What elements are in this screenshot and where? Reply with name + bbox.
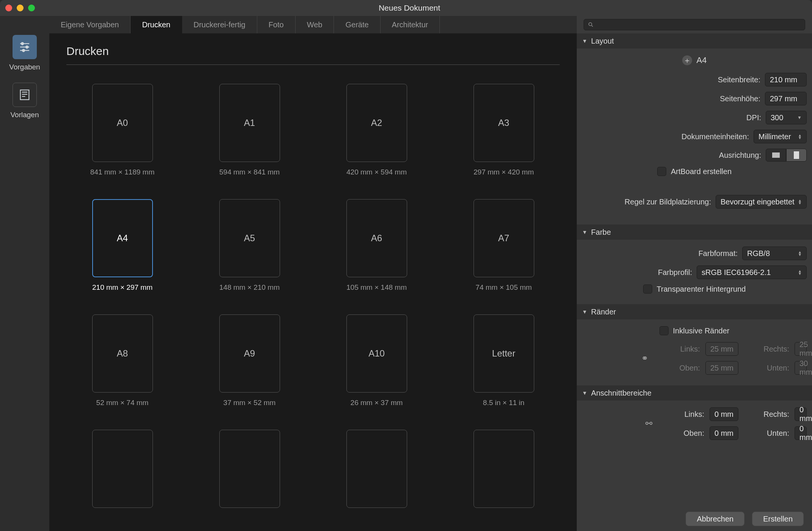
margin-left-label: Links: bbox=[655, 345, 700, 353]
section-header-margins[interactable]: ▼ Ränder bbox=[577, 304, 812, 319]
preset-a7[interactable]: A774 mm × 105 mm bbox=[448, 199, 560, 292]
add-preset-button[interactable]: ＋ bbox=[682, 55, 692, 65]
chevron-down-icon: ▼ bbox=[582, 229, 587, 235]
dpi-select[interactable]: 300▼ bbox=[766, 111, 807, 124]
page-height-label: Seitenhöhe: bbox=[720, 94, 760, 103]
preset-thumbnail: A4 bbox=[92, 199, 153, 277]
portrait-icon bbox=[793, 151, 799, 159]
artboard-checkbox[interactable] bbox=[657, 167, 666, 176]
preset-dimensions: 26 mm × 37 mm bbox=[351, 399, 403, 407]
preset-a6[interactable]: A6105 mm × 148 mm bbox=[321, 199, 433, 292]
tab-web[interactable]: Web bbox=[296, 16, 334, 33]
preset-a3[interactable]: A3297 mm × 420 mm bbox=[448, 84, 560, 176]
tab-druckerei-fertig[interactable]: Druckerei-fertig bbox=[182, 16, 257, 33]
preset-thumbnail: Letter bbox=[474, 314, 534, 393]
preset-name: A4 bbox=[117, 233, 128, 244]
preset-thumbnail: A5 bbox=[219, 199, 280, 277]
create-button[interactable]: Erstellen bbox=[752, 512, 804, 526]
section-header-layout[interactable]: ▼ Layout bbox=[577, 33, 812, 49]
preset-name: A3 bbox=[498, 118, 509, 128]
preset-a9[interactable]: A937 mm × 52 mm bbox=[194, 314, 305, 407]
preset-name: A5 bbox=[244, 233, 255, 244]
titlebar: Neues Dokument bbox=[0, 0, 812, 16]
preset-dimensions: 105 mm × 148 mm bbox=[346, 283, 407, 292]
link-bleed-icon[interactable]: ⚯ bbox=[644, 419, 653, 429]
preset-name: A2 bbox=[371, 118, 382, 128]
bleed-right-input[interactable]: 0 mm bbox=[795, 407, 807, 421]
units-label: Dokumenteinheiten: bbox=[681, 132, 749, 141]
chevron-down-icon: ▼ bbox=[582, 309, 587, 315]
left-rail: Vorgaben Vorlagen bbox=[0, 16, 49, 531]
bleed-bottom-input[interactable]: 0 mm bbox=[795, 426, 807, 440]
margin-right-input[interactable]: 25 mm bbox=[795, 342, 807, 356]
inclusive-margins-checkbox[interactable] bbox=[659, 326, 669, 335]
units-select[interactable]: Millimeter▲▼ bbox=[754, 130, 807, 143]
rail-item-templates[interactable]: Vorlagen bbox=[10, 83, 39, 119]
preset-a4[interactable]: A4210 mm × 297 mm bbox=[66, 199, 178, 292]
svg-rect-6 bbox=[20, 90, 29, 100]
preset-name: A1 bbox=[244, 118, 255, 128]
preset-item-12[interactable] bbox=[66, 430, 178, 514]
preset-item-14[interactable] bbox=[321, 430, 433, 514]
preset-dimensions: 37 mm × 52 mm bbox=[223, 399, 276, 407]
rail-item-presets[interactable]: Vorgaben bbox=[9, 35, 40, 71]
close-window-button[interactable] bbox=[5, 5, 12, 11]
preset-letter[interactable]: Letter8.5 in × 11 in bbox=[448, 314, 560, 407]
margin-left-input[interactable]: 25 mm bbox=[705, 342, 738, 356]
color-profile-select[interactable]: sRGB IEC61966-2.1▲▼ bbox=[697, 266, 807, 279]
bleed-right-label: Rechts: bbox=[744, 410, 789, 419]
preset-scroll-area[interactable]: A0841 mm × 1189 mmA1594 mm × 841 mmA2420… bbox=[49, 72, 577, 531]
search-input[interactable] bbox=[584, 19, 805, 30]
cancel-button[interactable]: Abbrechen bbox=[686, 512, 744, 526]
tab-eigene-vorgaben[interactable]: Eigene Vorgaben bbox=[49, 16, 131, 33]
search-icon bbox=[588, 22, 594, 28]
preset-a0[interactable]: A0841 mm × 1189 mm bbox=[66, 84, 178, 176]
orientation-landscape-button[interactable] bbox=[766, 149, 786, 162]
chevron-down-icon: ▼ bbox=[582, 38, 587, 44]
artboard-label: ArtBoard erstellen bbox=[671, 167, 732, 176]
preset-item-13[interactable] bbox=[194, 430, 305, 514]
tab-drucken[interactable]: Drucken bbox=[131, 16, 182, 33]
tab-geraete[interactable]: Geräte bbox=[334, 16, 380, 33]
margin-right-label: Rechts: bbox=[744, 345, 789, 353]
color-format-select[interactable]: RGB/8▲▼ bbox=[742, 247, 807, 260]
preset-thumbnail bbox=[219, 430, 280, 508]
maximize-window-button[interactable] bbox=[28, 5, 35, 11]
margin-top-input[interactable]: 25 mm bbox=[705, 361, 738, 375]
page-width-input[interactable]: 210 mm bbox=[765, 73, 807, 86]
section-header-bleed[interactable]: ▼ Anschnittbereiche bbox=[577, 385, 812, 401]
svg-line-11 bbox=[592, 25, 593, 27]
landscape-icon bbox=[772, 152, 780, 158]
margin-bottom-label: Unten: bbox=[744, 364, 789, 372]
preset-a10[interactable]: A1026 mm × 37 mm bbox=[321, 314, 433, 407]
svg-point-5 bbox=[22, 49, 25, 52]
preset-dimensions: 210 mm × 297 mm bbox=[92, 283, 153, 292]
window-controls bbox=[5, 5, 35, 11]
preset-dimensions: 594 mm × 841 mm bbox=[219, 168, 280, 176]
preset-thumbnail: A0 bbox=[92, 84, 153, 162]
preset-a8[interactable]: A852 mm × 74 mm bbox=[66, 314, 178, 407]
minimize-window-button[interactable] bbox=[17, 5, 24, 11]
margin-bottom-input[interactable]: 30 mm bbox=[795, 361, 807, 375]
placement-select[interactable]: Bevorzugt eingebettet▲▼ bbox=[716, 195, 807, 209]
bleed-top-input[interactable]: 0 mm bbox=[710, 426, 738, 440]
chevron-down-icon: ▼ bbox=[582, 390, 587, 396]
link-margins-icon[interactable]: ⚭ bbox=[640, 353, 649, 363]
rail-label: Vorlagen bbox=[10, 111, 39, 119]
preset-a2[interactable]: A2420 mm × 594 mm bbox=[321, 84, 433, 176]
svg-point-10 bbox=[589, 23, 592, 26]
preset-dimensions: 420 mm × 594 mm bbox=[346, 168, 407, 176]
tab-foto[interactable]: Foto bbox=[257, 16, 296, 33]
orientation-portrait-button[interactable] bbox=[786, 149, 807, 162]
tab-architektur[interactable]: Architektur bbox=[381, 16, 440, 33]
page-width-label: Seitenbreite: bbox=[718, 75, 760, 84]
bleed-left-input[interactable]: 0 mm bbox=[710, 407, 738, 421]
section-header-color[interactable]: ▼ Farbe bbox=[577, 225, 812, 240]
svg-rect-12 bbox=[772, 152, 780, 158]
preset-a1[interactable]: A1594 mm × 841 mm bbox=[194, 84, 305, 176]
preset-thumbnail: A2 bbox=[346, 84, 407, 162]
preset-item-15[interactable] bbox=[448, 430, 560, 514]
page-height-input[interactable]: 297 mm bbox=[765, 92, 807, 105]
preset-a5[interactable]: A5148 mm × 210 mm bbox=[194, 199, 305, 292]
transparent-bg-checkbox[interactable] bbox=[643, 284, 652, 294]
